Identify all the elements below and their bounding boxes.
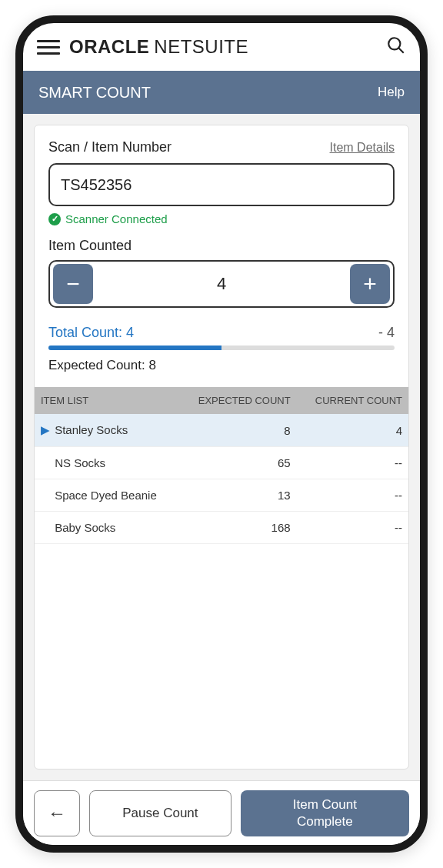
page-titlebar: SMART COUNT Help: [23, 71, 420, 114]
content-area: Scan / Item Number Item Details ✓ Scanne…: [23, 114, 420, 780]
current-cell: 4: [297, 414, 408, 447]
expected-cell: 8: [179, 414, 297, 447]
col-current: CURRENT COUNT: [297, 387, 408, 414]
col-item: ITEM LIST: [35, 387, 179, 414]
check-circle-icon: ✓: [48, 213, 61, 225]
screen: ORACLE NETSUITE SMART COUNT Help Scan / …: [23, 23, 420, 845]
scanner-status-text: Scanner Connected: [65, 212, 168, 225]
current-cell: --: [297, 479, 408, 512]
caret-right-icon: ▶: [41, 423, 52, 437]
complete-count-button[interactable]: Item Count Complete: [241, 790, 409, 836]
main-card: Scan / Item Number Item Details ✓ Scanne…: [34, 125, 409, 770]
table-row[interactable]: ▶ Stanley Socks84: [35, 414, 408, 447]
current-cell: --: [297, 512, 408, 544]
brand-light: NETSUITE: [154, 36, 248, 58]
phone-frame: ORACLE NETSUITE SMART COUNT Help Scan / …: [15, 15, 428, 853]
item-details-link[interactable]: Item Details: [330, 141, 395, 155]
expected-cell: 168: [179, 512, 297, 544]
app-topbar: ORACLE NETSUITE: [23, 23, 420, 71]
scan-label: Scan / Item Number: [48, 139, 172, 155]
count-difference: - 4: [378, 325, 395, 341]
increment-button[interactable]: +: [350, 264, 390, 304]
quantity-value: 4: [93, 274, 350, 294]
item-name: NS Socks: [52, 456, 105, 469]
total-count: Total Count: 4: [48, 325, 134, 341]
back-button[interactable]: ←: [34, 790, 80, 836]
menu-icon[interactable]: [37, 35, 60, 58]
brand-bold: ORACLE: [69, 36, 149, 58]
page-title: SMART COUNT: [38, 84, 151, 102]
current-cell: --: [297, 447, 408, 479]
pause-count-button[interactable]: Pause Count: [89, 790, 231, 836]
table-row[interactable]: Space Dyed Beanie13--: [35, 479, 408, 512]
decrement-button[interactable]: −: [53, 264, 93, 304]
svg-line-1: [398, 48, 404, 53]
expected-cell: 65: [179, 447, 297, 479]
expected-count: Expected Count: 8: [48, 358, 395, 373]
expected-cell: 13: [179, 479, 297, 512]
item-name: Baby Socks: [52, 521, 115, 534]
scanner-status: ✓ Scanner Connected: [48, 212, 395, 225]
item-name: Stanley Socks: [52, 423, 128, 436]
table-row[interactable]: NS Socks65--: [35, 447, 408, 479]
item-name: Space Dyed Beanie: [52, 489, 157, 502]
brand-logo: ORACLE NETSUITE: [69, 36, 248, 58]
count-progress-fill: [48, 346, 222, 350]
col-expected: EXPECTED COUNT: [179, 387, 297, 414]
help-link[interactable]: Help: [378, 85, 405, 100]
scan-input[interactable]: [48, 163, 395, 206]
table-row[interactable]: Baby Socks168--: [35, 512, 408, 544]
item-counted-label: Item Counted: [48, 238, 395, 254]
search-icon[interactable]: [386, 35, 406, 58]
svg-point-0: [388, 38, 400, 49]
footer-actions: ← Pause Count Item Count Complete: [23, 780, 420, 845]
count-progress: [48, 346, 395, 350]
quantity-stepper: − 4 +: [48, 260, 395, 308]
item-list-table: ITEM LIST EXPECTED COUNT CURRENT COUNT ▶…: [35, 387, 408, 755]
arrow-left-icon: ←: [48, 803, 66, 824]
